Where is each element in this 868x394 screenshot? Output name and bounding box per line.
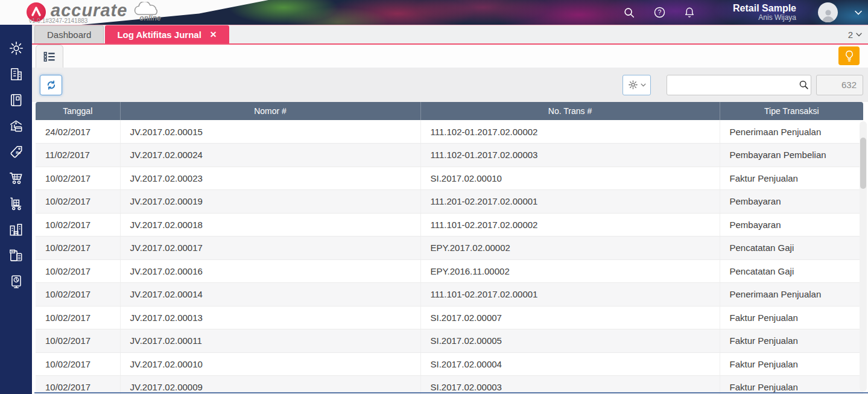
chevron-down-icon: [856, 33, 862, 37]
grid-settings-dropdown[interactable]: [622, 75, 651, 95]
cell-nomor: JV.2017.02.00015: [120, 120, 420, 144]
gear-icon: [8, 40, 24, 56]
cell-no-trans: 111.102-01.2017.02.00002: [420, 120, 720, 144]
cell-nomor: JV.2017.02.00011: [120, 329, 420, 353]
cell-tipe-transaksi: Faktur Penjualan: [720, 376, 863, 394]
brand-name: accurate: [51, 1, 127, 19]
cell-no-trans: 111.101-02.2017.02.00001: [420, 283, 720, 307]
svg-text:?: ?: [657, 8, 661, 16]
cell-tipe-transaksi: Faktur Penjualan: [720, 167, 863, 190]
sidebar-item-taxes[interactable]: TAX: [8, 248, 25, 264]
chevron-down-icon: [641, 83, 646, 87]
sidebar-item-inventory[interactable]: [8, 196, 25, 212]
cell-no-trans: 111.201-02.2017.02.00001: [420, 190, 720, 214]
table-row[interactable]: 11/02/2017JV.2017.02.00024111.102-01.201…: [36, 144, 863, 167]
table-row[interactable]: 10/02/2017JV.2017.02.00016EPY.2016.11.00…: [36, 259, 863, 283]
version-label: v1.0.1#3247-2141883: [29, 17, 87, 24]
hand-truck-icon: [8, 196, 24, 212]
tab-log-aktifitas-jurnal[interactable]: Log Aktifitas Jurnal ✕: [105, 25, 229, 43]
cell-tipe-transaksi: Pembayaran: [720, 213, 863, 237]
cell-nomor: JV.2017.02.00016: [120, 259, 420, 283]
sidebar-item-company[interactable]: [8, 66, 25, 82]
report-chart-icon: [8, 274, 24, 290]
table-row[interactable]: 10/02/2017JV.2017.02.00010SI.2017.02.000…: [36, 352, 863, 376]
cell-tanggal: 10/02/2017: [36, 167, 120, 190]
lightbulb-icon: [844, 50, 854, 62]
buildings-icon: [8, 222, 24, 238]
table-row[interactable]: 10/02/2017JV.2017.02.00009SI.2017.02.000…: [36, 376, 863, 394]
sidebar-item-fixed-assets[interactable]: [8, 222, 25, 238]
cell-no-trans: EPY.2016.11.00002: [420, 259, 720, 283]
tab-dashboard[interactable]: Dashboard: [34, 25, 104, 43]
view-strip: [32, 45, 868, 68]
sidebar-item-reports[interactable]: [8, 274, 25, 290]
tab-label: Dashboard: [47, 30, 91, 40]
tax-document-icon: TAX: [8, 248, 24, 264]
cell-tipe-transaksi: Pembayaran Pembelian: [720, 144, 863, 167]
app-header: accurate online v1.0.1#3247-2141883 ? Re…: [0, 0, 868, 25]
sidebar-item-purchases[interactable]: [8, 170, 25, 186]
cell-nomor: JV.2017.02.00013: [120, 306, 420, 329]
column-header-tanggal[interactable]: Tanggal: [36, 102, 120, 120]
shopping-cart-icon: [8, 170, 24, 186]
vertical-scrollbar[interactable]: [860, 121, 867, 392]
table-header-row: Tanggal Nomor # No. Trans # Tipe Transak…: [36, 102, 863, 120]
help-icon[interactable]: ?: [652, 5, 667, 20]
account-caret-down-icon[interactable]: [855, 10, 862, 15]
brand-online-label: online: [139, 14, 160, 22]
svg-text:Rp: Rp: [16, 151, 21, 154]
hint-button[interactable]: [838, 46, 860, 65]
notifications-bell-icon[interactable]: [682, 5, 697, 20]
cell-tanggal: 10/02/2017: [36, 283, 120, 307]
cell-no-trans: SI.2017.02.00005: [420, 329, 720, 353]
record-count: 632: [841, 80, 857, 90]
search-icon[interactable]: [622, 5, 636, 20]
table-row[interactable]: 10/02/2017JV.2017.02.00013SI.2017.02.000…: [36, 306, 863, 329]
table-row[interactable]: 10/02/2017JV.2017.02.00014111.101-02.201…: [36, 283, 863, 307]
cell-tipe-transaksi: Pencatatan Gaji: [720, 237, 863, 260]
column-header-nomor[interactable]: Nomor #: [120, 102, 420, 120]
search-input[interactable]: [667, 75, 797, 95]
account-info[interactable]: Retail Sample Anis Wijaya: [733, 3, 796, 22]
table-row[interactable]: 10/02/2017JV.2017.02.00011SI.2017.02.000…: [36, 329, 863, 353]
sidebar-item-settings[interactable]: [8, 40, 25, 56]
table-row[interactable]: 10/02/2017JV.2017.02.00018111.101-02.201…: [36, 213, 863, 237]
bank-icon: [8, 118, 24, 134]
cell-tanggal: 10/02/2017: [36, 329, 120, 353]
avatar[interactable]: [818, 2, 838, 22]
table-row[interactable]: 10/02/2017JV.2017.02.00017EPY.2017.02.00…: [36, 237, 863, 260]
table-row[interactable]: 10/02/2017JV.2017.02.00023SI.2017.02.000…: [36, 167, 863, 190]
search-icon[interactable]: [797, 80, 811, 90]
cell-tanggal: 10/02/2017: [36, 259, 120, 283]
cell-tanggal: 10/02/2017: [36, 376, 120, 394]
scrollbar-thumb[interactable]: [860, 138, 866, 189]
app-window: accurate online v1.0.1#3247-2141883 ? Re…: [0, 0, 868, 394]
table-row[interactable]: 24/02/2017JV.2017.02.00015111.102-01.201…: [36, 120, 863, 144]
cell-no-trans: SI.2017.02.00004: [420, 352, 720, 376]
cell-nomor: JV.2017.02.00010: [120, 352, 420, 376]
column-header-no-trans[interactable]: No. Trans #: [420, 102, 720, 120]
table-row[interactable]: 10/02/2017JV.2017.02.00019111.201-02.201…: [36, 190, 863, 214]
cell-tanggal: 10/02/2017: [36, 190, 120, 214]
cell-tanggal: 10/02/2017: [36, 306, 120, 329]
sidebar-item-cash-bank[interactable]: [8, 118, 25, 134]
grid-search: [667, 75, 811, 95]
column-header-tipe-transaksi[interactable]: Tipe Transaksi: [720, 102, 863, 120]
refresh-button[interactable]: [40, 75, 62, 95]
sidebar-item-sales[interactable]: Rp: [8, 144, 25, 160]
list-view-tab[interactable]: [36, 45, 63, 68]
cell-tanggal: 10/02/2017: [36, 352, 120, 376]
book-icon: [8, 92, 24, 108]
cell-nomor: JV.2017.02.00024: [120, 144, 420, 167]
cell-tanggal: 24/02/2017: [36, 120, 120, 144]
sidebar-nav: Rp TAX: [0, 25, 32, 394]
cell-tanggal: 10/02/2017: [36, 237, 120, 260]
cell-tipe-transaksi: Faktur Penjualan: [720, 352, 863, 376]
open-tabs-dropdown[interactable]: 2: [848, 25, 862, 43]
grid-toolbar: 632: [32, 68, 868, 102]
sidebar-item-journal[interactable]: [8, 92, 25, 108]
bottom-divider: [34, 392, 868, 393]
cell-no-trans: SI.2017.02.00007: [420, 306, 720, 329]
close-icon[interactable]: ✕: [210, 30, 217, 39]
cell-nomor: JV.2017.02.00023: [120, 167, 420, 190]
